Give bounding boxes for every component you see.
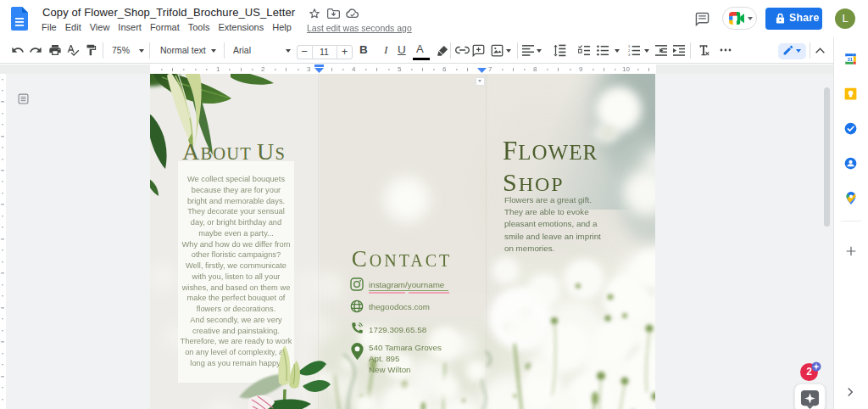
svg-text:10: 10 [622, 65, 630, 73]
svg-text:1: 1 [628, 45, 631, 48]
svg-text:8: 8 [533, 65, 537, 73]
svg-text:6: 6 [442, 65, 447, 73]
svg-text:2: 2 [261, 65, 265, 73]
svg-text:3: 3 [628, 53, 631, 56]
svg-text:31: 31 [848, 57, 853, 62]
svg-text:7: 7 [488, 65, 492, 73]
svg-text:3: 3 [307, 65, 311, 73]
svg-text:5: 5 [398, 65, 402, 73]
svg-text:1: 1 [216, 65, 220, 73]
svg-text:9: 9 [579, 65, 583, 73]
svg-text:4: 4 [352, 65, 356, 73]
